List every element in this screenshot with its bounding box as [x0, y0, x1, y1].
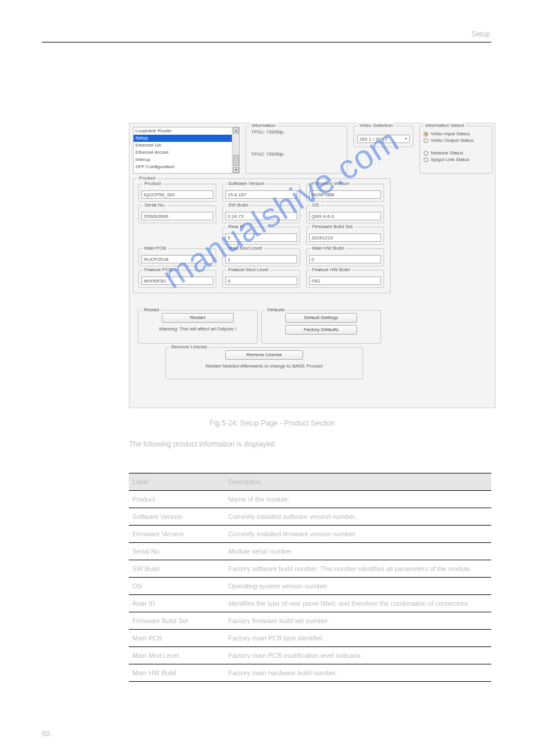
nav-item-setup[interactable]: Setup	[134, 135, 239, 142]
scroll-up-icon[interactable]: ▲	[233, 127, 239, 133]
field-value[interactable]: FB1	[309, 277, 381, 285]
field-value[interactable]: MIX50FB1	[141, 277, 213, 285]
radio-label: Network Status	[431, 150, 463, 156]
field-product: Product IQUCP50_SDI	[138, 184, 216, 202]
nav-item-loopback[interactable]: Loopback Router	[134, 127, 239, 135]
field-value[interactable]: 0	[309, 255, 381, 263]
nav-item-interop[interactable]: Interop	[134, 156, 239, 163]
video-selection-value: SDI 1 / SDI 2	[359, 136, 388, 142]
default-settings-button[interactable]: Default Settings	[285, 313, 357, 323]
scroll-down-icon[interactable]: ▼	[233, 167, 239, 173]
restart-button[interactable]: Restart	[162, 313, 234, 323]
table-cell-desc: Currently installed software version num…	[225, 508, 491, 526]
field-label: Main Mod Level	[226, 245, 264, 251]
field-label: SW Build	[226, 202, 250, 208]
field-label: Product	[143, 181, 163, 186]
radio-label: Video Input Status	[431, 131, 470, 136]
field-main-pcb: Main PCB RUCP251B	[138, 248, 216, 266]
table-row: Firmware Build SetFactory firmware build…	[129, 612, 491, 630]
scroll-thumb[interactable]	[233, 155, 239, 166]
defaults-label: Defaults	[265, 307, 286, 312]
field-label: Firmware Version	[310, 181, 351, 186]
field-label: Serial No.	[143, 202, 167, 208]
field-value[interactable]: RUCP251B	[141, 255, 213, 263]
field-sw-build: SW Build 0.24.73	[222, 205, 300, 223]
field-value[interactable]: S59062906	[141, 212, 213, 220]
table-cell-desc: Factory main PCB type identifier.	[225, 630, 491, 647]
field-label: Feature PCB	[143, 267, 174, 272]
radio-spigot-link[interactable]: Spigot Link Status	[424, 157, 488, 162]
nav-list[interactable]: Loopback Router Setup Ethernet Gb Ethern…	[133, 127, 240, 174]
table-cell-label: Serial No	[129, 543, 225, 560]
field-label: Main PCB	[143, 245, 168, 251]
table-row: ProductName of the module.	[129, 491, 491, 508]
info-tpg2: TPG2: 720/50p	[246, 148, 347, 160]
restart-group: Restart Restart Warning: This will affec…	[138, 310, 258, 344]
restart-label: Restart	[142, 307, 161, 312]
field-value[interactable]: 5	[225, 233, 297, 242]
information-select-label: Information Select	[424, 123, 466, 128]
radio-video-output[interactable]: Video Output Status	[424, 138, 488, 143]
nav-scrollbar[interactable]: ▲ ▼	[232, 127, 239, 173]
field-software-version: Software Version 15.6.107	[222, 184, 300, 202]
product-group-label: Product	[137, 175, 158, 181]
field-main-hw: Main HW Build 0	[306, 248, 384, 266]
information-label: Information	[250, 123, 277, 128]
information-select-group: Information Select Video Input Status Vi…	[419, 126, 492, 174]
figure-caption: Fig 5-24: Setup Page - Product Section	[210, 419, 335, 427]
remove-license-button[interactable]: Remove License	[225, 350, 303, 360]
table-cell-label: Main Mod Level	[129, 647, 225, 664]
field-serial: Serial No. S59062906	[138, 205, 216, 223]
radio-icon	[424, 157, 428, 162]
factory-defaults-button[interactable]: Factory Defaults	[285, 325, 357, 335]
nav-item-sfp[interactable]: SFP Configuration	[134, 163, 239, 171]
table-row: OSOperating system version number.	[129, 578, 491, 595]
field-value[interactable]: 15.6.107	[225, 190, 297, 199]
remove-license-group: Remove License Remove License Restart Ne…	[165, 347, 363, 379]
field-label: Feature HW Build	[310, 267, 352, 272]
restart-warning: Warning: This will affect all Outputs !	[138, 326, 257, 332]
page-title: Setup	[471, 30, 490, 38]
table-cell-desc: Factory firmware build set number.	[225, 612, 491, 630]
field-os: OS QNX 6.6.0	[306, 205, 384, 223]
field-value[interactable]: 0	[225, 277, 297, 285]
table-row: Main PCBFactory main PCB type identifier…	[129, 630, 491, 647]
field-value[interactable]: 20191219	[309, 233, 381, 242]
table-cell-label: Software Version	[129, 508, 225, 526]
table-cell-label: Firmware Version	[129, 526, 225, 543]
table-header-desc: Description	[225, 473, 491, 491]
table-row: Serial NoModule serial number.	[129, 543, 491, 560]
setup-panel: Loopback Router Setup Ethernet Gb Ethern…	[129, 123, 495, 408]
table-row: SW BuildFactory software build number. T…	[129, 560, 491, 578]
radio-network-status[interactable]: Network Status	[424, 150, 488, 156]
information-group: Information TPG1: 720/50p TPG2: 720/50p	[246, 126, 347, 174]
page-number: 60	[42, 730, 50, 738]
nav-item-ethernet-gb[interactable]: Ethernet Gb	[134, 142, 239, 149]
field-feature-pcb: Feature PCB MIX50FB1	[138, 270, 216, 288]
field-value[interactable]: 6826F5BB	[309, 190, 381, 199]
field-main-mod: Main Mod Level 1	[222, 248, 300, 266]
table-cell-desc: Factory software build number. This numb…	[225, 560, 491, 578]
chevron-down-icon: ▾	[405, 136, 407, 141]
table-cell-label: Product	[129, 491, 225, 508]
product-info-table: Label Description ProductName of the mod…	[129, 473, 491, 682]
table-row: Main HW BuildFactory main hardware build…	[129, 664, 491, 682]
field-label: Main HW Build	[310, 245, 346, 251]
nav-item-ethernet-arcnet[interactable]: Ethernet Arcnet	[134, 149, 239, 156]
radio-video-input[interactable]: Video Input Status	[424, 131, 488, 136]
video-selection-dropdown[interactable]: SDI 1 / SDI 2 ▾	[357, 135, 410, 143]
table-row: Main Mod LevelFactory main PCB modificat…	[129, 647, 491, 664]
field-value[interactable]: IQUCP50_SDI	[141, 190, 213, 199]
field-value[interactable]: 0.24.73	[225, 212, 297, 220]
field-feature-hw: Feature HW Build FB1	[306, 270, 384, 288]
table-cell-label: Rear ID	[129, 595, 225, 612]
remove-license-label: Remove License	[170, 344, 209, 350]
table-cell-label: SW Build	[129, 560, 225, 578]
table-header-row: Label Description	[129, 473, 491, 491]
table-header-label: Label	[129, 473, 225, 491]
table-cell-label: Firmware Build Set	[129, 612, 225, 630]
field-value[interactable]: 1	[225, 255, 297, 263]
field-feature-mod: Feature Mod Level 0	[222, 270, 300, 288]
field-value[interactable]: QNX 6.6.0	[309, 212, 381, 220]
field-label: Rear ID	[226, 224, 247, 229]
